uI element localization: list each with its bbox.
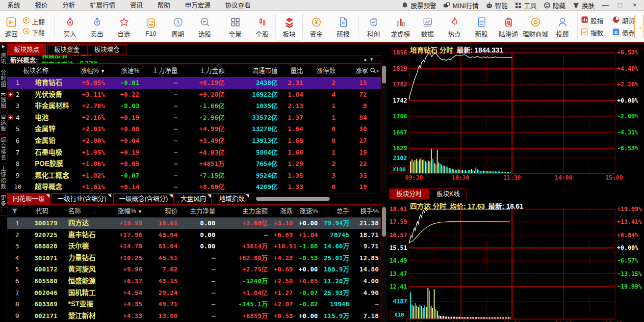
column-header-主力净量[interactable]: 主力净量 (145, 64, 183, 77)
sidebar-item-1[interactable]: 分时图 (0, 67, 7, 90)
menubar-bell-button[interactable]: 股票预警 (398, 0, 439, 10)
ticker-arrows[interactable]: ▲▼ (363, 57, 381, 62)
toolbar-expand-arrow-icon[interactable]: → (634, 15, 644, 38)
menubar-hide-button[interactable]: 隐藏 (540, 0, 569, 10)
toolbar-选股-button[interactable]: 选股 (191, 13, 218, 40)
toolbar-陆港通-button[interactable]: 陆陆港通 (495, 13, 522, 40)
sector-scrollbar[interactable] (381, 65, 387, 192)
column-header-1[interactable]: 代码 (27, 205, 58, 217)
toolbar-周期-button[interactable]: 周期 (164, 13, 191, 40)
sidebar-item-6[interactable]: 更多… (0, 192, 7, 215)
table-row[interactable]: 8POE胶膜+1.86%+0.05–+4851万7654亿1.29222 (7, 158, 381, 170)
column-header-涨停数[interactable]: 涨停数 (309, 64, 341, 77)
column-header-4[interactable]: 现价 (148, 205, 183, 217)
column-header-涨幅%[interactable]: 涨幅% ▼ (77, 64, 111, 77)
menu-item-3[interactable]: 扩展行情 (82, 0, 123, 10)
tab-板块增仓[interactable]: 板块增仓 (87, 44, 127, 55)
table-row[interactable]: 5600172黄河旋风+9.967.62–+2.75亿+0.69+0.00188… (7, 264, 381, 275)
toolbar-卖出-button[interactable]: 卖出 (83, 13, 110, 40)
market-股指-button[interactable]: 股指 (581, 16, 613, 25)
table-row[interactable]: 6金属铅+2.00%+0.04–+3.49亿13913亿1.69027 (7, 135, 381, 147)
expand-icon[interactable]: + (8, 115, 13, 120)
magnifier-icon[interactable] (370, 68, 376, 75)
table-row[interactable]: 2920725惠丰钻石+17.9643.940.00–+6.69+1.04787… (7, 229, 381, 241)
tab-一级概念(含细分)[interactable]: 一级概念(含细分) (113, 193, 174, 204)
menu-item-4[interactable]: 资讯 (123, 0, 150, 10)
tab-大盘风向[interactable]: 大盘风向 (175, 193, 212, 204)
table-row[interactable]: +2光伏设备+3.11%+0.22–+9.28亿16922亿1.84472 (7, 89, 381, 101)
table-row[interactable]: 5金属锌+2.03%+0.08–+4.99亿13270亿1.64030 (7, 123, 381, 135)
toolbar-研报-button[interactable]: 研报 (330, 13, 357, 40)
column-header-6[interactable]: 主力金额 (221, 205, 274, 217)
menu-item-0[interactable]: 系统 (0, 0, 27, 10)
back-button[interactable]: 返回 (0, 13, 23, 40)
tab-板块K线[interactable]: 板块K线 (430, 188, 467, 199)
table-row[interactable]: 1培育钻石+5.85%-0.01–+8.19亿2438亿2.31215 (7, 77, 381, 89)
column-header-5[interactable]: 主力净量 (183, 205, 221, 217)
table-row[interactable]: 7002046国机精工+4.5429.24–+1.04亿+1.27-0.0725… (7, 287, 381, 299)
toolbar-板块-button[interactable]: 板块 (276, 13, 303, 40)
table-row[interactable]: 6605580恒盛能源+6.3743.15–-1240万+2.50+0.6511… (7, 275, 381, 287)
mid-tabs-hscrollbar[interactable] (256, 197, 330, 201)
menu-item-1[interactable]: 报价 (27, 0, 55, 10)
column-menu-caret-icon[interactable]: ▾ (376, 69, 379, 74)
tab-同花顺一级[interactable]: 同花顺一级 (7, 193, 51, 204)
table-row[interactable]: 1300179四方达+19.9918.610.00+2.68亿+3.10+0.0… (7, 217, 381, 229)
sidebar-item-5[interactable]: 上证指数 (0, 163, 7, 192)
stock-scrollbar-thumb[interactable] (382, 207, 386, 237)
column-header-9[interactable]: 总手 (324, 205, 355, 217)
sidebar-item-0[interactable]: 资讯 (0, 50, 7, 67)
toolbar-理财商城-button[interactable]: 理财商城 (522, 13, 549, 40)
column-header-板块名称[interactable]: 板块名称 (7, 64, 77, 77)
sidebar-item-2[interactable]: K线图 (0, 90, 7, 111)
toolbar-买入-button[interactable]: 买入 (56, 13, 83, 40)
toolbar-全景-button[interactable]: 全景 (222, 13, 249, 40)
market-指数-button[interactable]: 指数 (581, 28, 613, 37)
tab-一级行业(含细分)[interactable]: 一级行业(含细分) (52, 193, 112, 204)
sidebar-collapse-icon[interactable]: ▶ (0, 43, 7, 50)
column-header-流通市值[interactable]: 流通市值 (231, 64, 283, 77)
toolbar-个股-button[interactable]: 个股 (249, 13, 276, 40)
menubar-apps-button[interactable]: 工具 (511, 0, 540, 10)
tab-板块资金[interactable]: 板块资金 (47, 44, 86, 55)
sidebar-item-3[interactable]: 自选股 (0, 111, 7, 134)
sidebar-item-4[interactable]: 综合排名 (0, 134, 7, 163)
table-row[interactable]: 10超导概念+1.81%+0.14–+8.60亿4289亿1.33019 (7, 181, 381, 193)
toolbar-龙虎榜-button[interactable]: 龙虎榜 (387, 13, 414, 40)
page-up-button[interactable]: 上翻 (23, 17, 53, 26)
toolbar-投顾-button[interactable]: 投顾 (549, 13, 576, 40)
stock-scrollbar[interactable] (381, 205, 387, 322)
menubar-robot-button[interactable]: 智能 (482, 0, 511, 10)
table-row[interactable]: +4电池+2.16%+0.19–-2.96亿33572亿1.37184 (7, 112, 381, 124)
ticker-item-1[interactable]: 猪瘟疫情-0.41% (42, 55, 98, 59)
ticker-item-2[interactable]: 铝离子电池-0.32% (42, 59, 98, 64)
table-row[interactable]: 4301071力量钻石+10.2545.51–+62.80万+4.23-0.53… (7, 252, 381, 264)
column-header-2[interactable]: 名称 . (58, 205, 102, 217)
toolbar-热点-button[interactable]: 热点 (441, 13, 468, 40)
column-header-涨速%[interactable]: 涨速% (111, 64, 145, 77)
menubar-mini-button[interactable]: MINI行情 (439, 0, 482, 10)
column-header-10[interactable]: 换手% (355, 205, 381, 217)
menubar-skin-button[interactable]: 换肤 (569, 0, 598, 10)
column-header-3[interactable]: 涨幅% ▼ (102, 205, 148, 217)
menu-item-5[interactable]: 帮助 (150, 0, 178, 10)
tab-板块热点[interactable]: 板块热点 (7, 44, 46, 55)
toolbar-自选-button[interactable]: 自选 (110, 13, 137, 40)
column-header-主力金额[interactable]: 主力金额 (183, 64, 231, 77)
toolbar-数据-button[interactable]: 数据 (414, 13, 441, 40)
sector-scrollbar-thumb[interactable] (382, 66, 386, 83)
table-row[interactable]: 8603389*ST亚振+4.3549.71–-145.1万+2.07-0.02… (7, 298, 381, 310)
minimize-button[interactable]: — (598, 0, 613, 10)
table-row[interactable]: 3非金属材料+2.70%-0.03–-1.66亿1035亿2.1319 (7, 100, 381, 112)
close-button[interactable]: × (627, 0, 642, 10)
page-down-button[interactable]: 下翻 (23, 27, 53, 37)
toolbar-资金-button[interactable]: ¥资金 (303, 13, 330, 40)
column-header-8[interactable]: 涨速% (299, 205, 324, 217)
menu-item-7[interactable]: 协议查看 (218, 0, 258, 10)
maximize-button[interactable]: □ (613, 0, 627, 10)
tab-地域指数[interactable]: 地域指数 (213, 193, 250, 204)
table-row[interactable]: 9氟化工概念+1.82%-0.07–-7.15亿9524亿1.35333 (7, 170, 381, 182)
toolbar-新股-button[interactable]: IPO新股 (468, 13, 495, 40)
menu-item-2[interactable]: 分析 (55, 0, 82, 10)
toolbar-F10-button[interactable]: F10F10 (137, 13, 164, 40)
